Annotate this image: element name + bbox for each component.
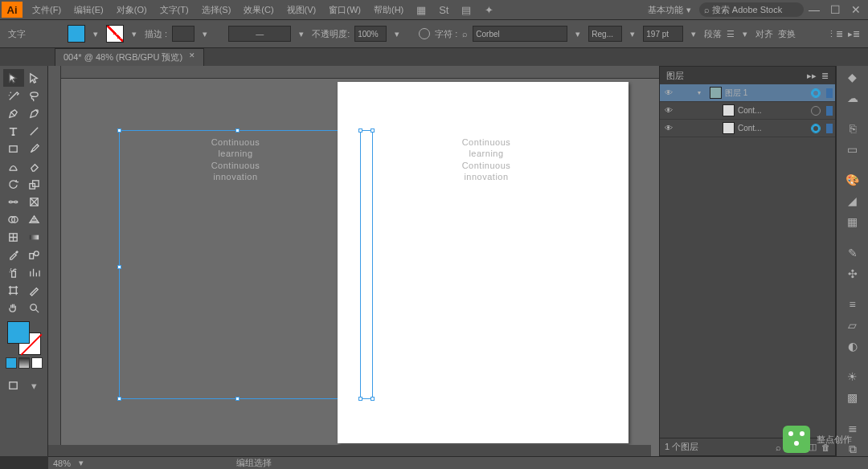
selection-tool[interactable] [3,69,24,87]
direct-select-tool[interactable] [24,69,45,87]
visibility-icon[interactable]: 👁 [662,106,675,115]
shaper-tool[interactable] [3,157,24,175]
mode-gradient[interactable] [18,357,30,369]
zoom-tool[interactable] [24,299,45,316]
perspective-tool[interactable] [24,210,45,228]
selection-bbox-1[interactable] [119,130,352,399]
disclosure-icon[interactable]: ▾ [698,89,706,96]
layer-row[interactable]: 👁Cont... [660,120,835,137]
recolor-icon[interactable] [419,28,430,39]
fill-dd[interactable]: ▾ [90,29,101,39]
hand-tool[interactable] [3,299,24,316]
workspace-switcher[interactable]: 基本功能▾ [643,4,699,16]
menu-file[interactable]: 文件(F) [26,0,68,19]
para-link[interactable]: 段落 [704,28,722,40]
target-icon[interactable] [811,124,821,133]
align-icon[interactable]: ☰ [727,29,735,39]
gradient-tool[interactable] [24,228,45,246]
lib-icon[interactable]: ⎘ [844,122,862,135]
tab-close-icon[interactable]: ✕ [189,51,195,63]
window-max-icon[interactable]: ☐ [825,3,845,16]
layer-row[interactable]: 👁Cont... [660,102,835,120]
symbols-icon[interactable]: ✣ [844,267,862,280]
locate-icon[interactable]: ⌕ [776,442,781,452]
brushes-icon[interactable]: ✎ [844,247,862,259]
font-family[interactable]: Corbel [473,26,567,42]
zoom-dd[interactable]: ▾ [79,458,84,468]
curvature-tool[interactable] [24,104,45,122]
graph-tool[interactable] [24,263,45,281]
layers-tab[interactable]: 图层 [666,70,684,82]
slice-tool[interactable] [24,281,45,299]
menu-edit[interactable]: 编辑(E) [68,0,110,19]
mode-color[interactable] [6,357,17,369]
rect-tool[interactable] [3,140,24,157]
fill-swatch[interactable] [68,25,85,43]
magic-wand-tool[interactable] [3,87,24,104]
opacity-value[interactable]: 100% [354,26,387,42]
opt-more-icon[interactable]: ▸≣ [848,29,860,39]
artboards-icon[interactable]: ▭ [844,143,862,156]
cc-lib-icon[interactable]: ☁ [844,92,862,104]
menu-object[interactable]: 对象(O) [110,0,154,19]
stroke-profile[interactable]: — [228,26,291,42]
font-size[interactable]: 197 pt [643,26,683,42]
scale-tool[interactable] [24,175,45,193]
font-search-icon[interactable]: ⌕ [462,29,468,39]
styles-icon[interactable]: ▩ [844,391,862,404]
eraser-tool[interactable] [24,157,45,175]
width-tool[interactable] [3,193,24,210]
screen-mode-dd[interactable]: ▾ [24,377,45,394]
free-transform-tool[interactable] [24,193,45,210]
menu-type[interactable]: 文字(T) [154,0,195,19]
visibility-icon[interactable]: 👁 [662,88,675,97]
layer-name[interactable]: Cont... [738,124,808,133]
font-weight[interactable]: Reg... [588,26,622,42]
window-min-icon[interactable]: — [804,3,825,16]
lasso-tool[interactable] [24,87,45,104]
stroke-swatch[interactable] [106,25,124,43]
h-scrollbar[interactable] [48,445,651,456]
symbol-spray-tool[interactable] [3,263,24,281]
type-tool[interactable] [3,122,24,140]
menu-effect[interactable]: 效果(C) [237,0,280,19]
menu-view[interactable]: 视图(V) [280,0,323,19]
window-close-icon[interactable]: ✕ [845,3,866,16]
target-icon[interactable] [811,106,821,116]
stock-icon[interactable]: St [436,2,452,18]
stroke-panel-icon[interactable]: ≡ [844,298,862,311]
artboard-tool[interactable] [3,281,24,299]
stroke-dd[interactable]: ▾ [129,29,140,39]
shape-builder-tool[interactable] [3,210,24,228]
pen-tool[interactable] [3,104,24,122]
appearance-icon[interactable]: ☀ [844,370,862,383]
brush-tool[interactable] [24,140,45,157]
bridge-icon[interactable]: ▦ [413,2,429,18]
rotate-tool[interactable] [3,175,24,193]
color-icon[interactable]: 🎨 [844,173,862,186]
stroke-dd2[interactable]: ▾ [199,29,211,39]
swatches-icon[interactable]: ▦ [844,215,862,228]
gpu-icon[interactable]: ✦ [481,2,497,18]
layer-name[interactable]: Cont... [738,106,808,115]
mesh-tool[interactable] [3,228,24,246]
blend-tool[interactable] [24,246,45,263]
transform-link[interactable]: 变换 [778,28,796,40]
eyedrop-tool[interactable] [3,246,24,263]
fill-box[interactable] [7,321,30,344]
stock-search[interactable]: ⌕ 搜索 Adobe Stock [699,2,804,17]
stroke-weight[interactable] [172,26,194,42]
properties-icon[interactable]: ◆ [844,71,862,84]
grad-panel-icon[interactable]: ▱ [844,319,862,332]
target-icon[interactable] [811,88,821,98]
menu-window[interactable]: 窗口(W) [322,0,367,19]
zoom-level[interactable]: 48% [53,459,71,468]
menu-select[interactable]: 选择(S) [195,0,238,19]
line-tool[interactable] [24,122,45,140]
ruler-vertical[interactable] [48,66,61,456]
panel-collapse-icon[interactable]: ▸▸ [807,71,817,81]
artboard[interactable]: Continuous learning Continuous innovatio… [338,82,628,443]
screen-mode[interactable] [3,377,24,394]
layer-row[interactable]: 👁▾图层 1 [660,84,835,102]
opt-menu-icon[interactable]: ⋮≣ [827,29,843,39]
